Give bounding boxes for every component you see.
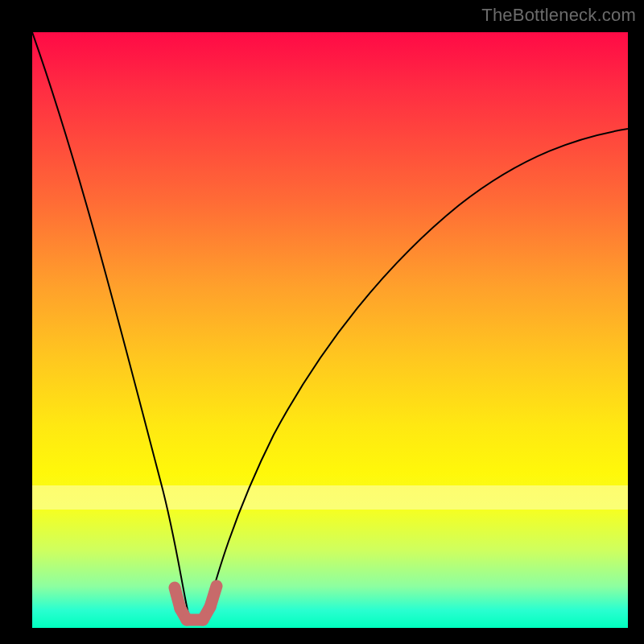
curve-layer (32, 32, 628, 628)
svg-line-4 (210, 586, 217, 607)
highlighted-minimum (175, 586, 217, 620)
bottleneck-curve (32, 32, 628, 622)
watermark-text: TheBottleneck.com (481, 5, 636, 26)
plot-area (32, 32, 628, 628)
chart-frame: TheBottleneck.com (0, 0, 644, 644)
